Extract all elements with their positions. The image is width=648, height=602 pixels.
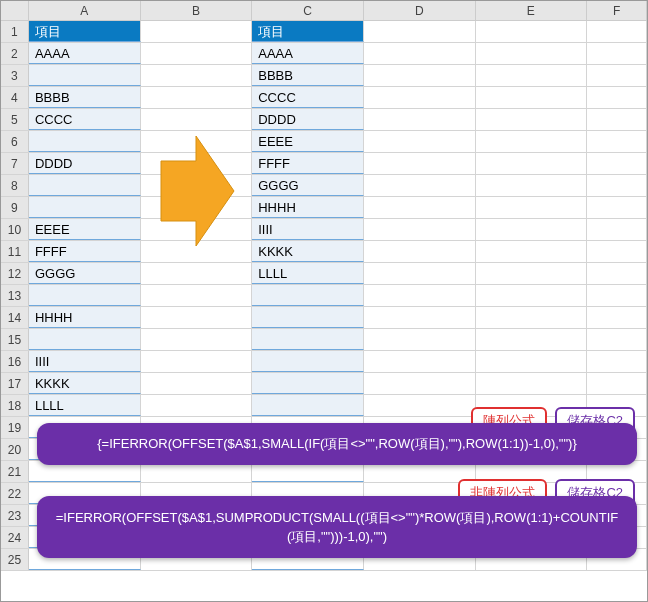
- cell-F11[interactable]: [587, 241, 647, 262]
- cell-D7[interactable]: [364, 153, 476, 174]
- col-header-E[interactable]: E: [476, 1, 588, 20]
- cell-A6[interactable]: [29, 131, 141, 152]
- cell-A15[interactable]: [29, 329, 141, 350]
- cell-A3[interactable]: [29, 65, 141, 86]
- row-header[interactable]: 10: [1, 219, 29, 240]
- cell-F14[interactable]: [587, 307, 647, 328]
- cell-A7[interactable]: DDDD: [29, 153, 141, 174]
- cell-A10[interactable]: EEEE: [29, 219, 141, 240]
- cell-F7[interactable]: [587, 153, 647, 174]
- cell-E17[interactable]: [476, 373, 588, 394]
- row-header[interactable]: 22: [1, 483, 29, 504]
- cell-A18[interactable]: LLLL: [29, 395, 141, 416]
- cell-D9[interactable]: [364, 197, 476, 218]
- cell-D12[interactable]: [364, 263, 476, 284]
- row-header[interactable]: 20: [1, 439, 29, 460]
- cell-B17[interactable]: [141, 373, 253, 394]
- cell-A17[interactable]: KKKK: [29, 373, 141, 394]
- cell-C2[interactable]: AAAA: [252, 43, 364, 64]
- cell-D15[interactable]: [364, 329, 476, 350]
- cell-C9[interactable]: HHHH: [252, 197, 364, 218]
- cell-E14[interactable]: [476, 307, 588, 328]
- cell-F16[interactable]: [587, 351, 647, 372]
- cell-E7[interactable]: [476, 153, 588, 174]
- cell-B16[interactable]: [141, 351, 253, 372]
- cell-D14[interactable]: [364, 307, 476, 328]
- cell-A14[interactable]: HHHH: [29, 307, 141, 328]
- cell-F2[interactable]: [587, 43, 647, 64]
- cell-B18[interactable]: [141, 395, 253, 416]
- row-header[interactable]: 17: [1, 373, 29, 394]
- row-header[interactable]: 19: [1, 417, 29, 438]
- cell-C1[interactable]: 項目: [252, 21, 364, 42]
- cell-B12[interactable]: [141, 263, 253, 284]
- cell-F1[interactable]: [587, 21, 647, 42]
- row-header[interactable]: 9: [1, 197, 29, 218]
- row-header[interactable]: 3: [1, 65, 29, 86]
- row-header[interactable]: 6: [1, 131, 29, 152]
- row-header[interactable]: 16: [1, 351, 29, 372]
- cell-F15[interactable]: [587, 329, 647, 350]
- cell-C15[interactable]: [252, 329, 364, 350]
- cell-B3[interactable]: [141, 65, 253, 86]
- row-header[interactable]: 13: [1, 285, 29, 306]
- cell-B8[interactable]: [141, 175, 253, 196]
- cell-C12[interactable]: LLLL: [252, 263, 364, 284]
- row-header[interactable]: 4: [1, 87, 29, 108]
- cell-F17[interactable]: [587, 373, 647, 394]
- col-header-F[interactable]: F: [587, 1, 647, 20]
- cell-F4[interactable]: [587, 87, 647, 108]
- cell-B6[interactable]: [141, 131, 253, 152]
- row-header[interactable]: 5: [1, 109, 29, 130]
- cell-E5[interactable]: [476, 109, 588, 130]
- cell-B13[interactable]: [141, 285, 253, 306]
- cell-D5[interactable]: [364, 109, 476, 130]
- cell-C11[interactable]: KKKK: [252, 241, 364, 262]
- cell-F5[interactable]: [587, 109, 647, 130]
- row-header[interactable]: 11: [1, 241, 29, 262]
- cell-B15[interactable]: [141, 329, 253, 350]
- cell-D3[interactable]: [364, 65, 476, 86]
- cell-D4[interactable]: [364, 87, 476, 108]
- cell-A12[interactable]: GGGG: [29, 263, 141, 284]
- cell-C13[interactable]: [252, 285, 364, 306]
- cell-E2[interactable]: [476, 43, 588, 64]
- cell-E11[interactable]: [476, 241, 588, 262]
- cell-F3[interactable]: [587, 65, 647, 86]
- row-header[interactable]: 7: [1, 153, 29, 174]
- row-header[interactable]: 14: [1, 307, 29, 328]
- cell-E9[interactable]: [476, 197, 588, 218]
- cell-E1[interactable]: [476, 21, 588, 42]
- cell-A11[interactable]: FFFF: [29, 241, 141, 262]
- cell-B4[interactable]: [141, 87, 253, 108]
- cell-E15[interactable]: [476, 329, 588, 350]
- cell-F12[interactable]: [587, 263, 647, 284]
- cell-A1[interactable]: 項目: [29, 21, 141, 42]
- row-header[interactable]: 21: [1, 461, 29, 482]
- cell-F8[interactable]: [587, 175, 647, 196]
- cell-A16[interactable]: IIII: [29, 351, 141, 372]
- cell-F13[interactable]: [587, 285, 647, 306]
- cell-C8[interactable]: GGGG: [252, 175, 364, 196]
- cell-D2[interactable]: [364, 43, 476, 64]
- cell-B11[interactable]: [141, 241, 253, 262]
- row-header[interactable]: 12: [1, 263, 29, 284]
- cell-C5[interactable]: DDDD: [252, 109, 364, 130]
- cell-C16[interactable]: [252, 351, 364, 372]
- row-header[interactable]: 1: [1, 21, 29, 42]
- row-header[interactable]: 8: [1, 175, 29, 196]
- cell-A13[interactable]: [29, 285, 141, 306]
- row-header[interactable]: 23: [1, 505, 29, 526]
- row-header[interactable]: 2: [1, 43, 29, 64]
- row-header[interactable]: 18: [1, 395, 29, 416]
- cell-B7[interactable]: [141, 153, 253, 174]
- cell-A8[interactable]: [29, 175, 141, 196]
- row-header[interactable]: 15: [1, 329, 29, 350]
- cell-F10[interactable]: [587, 219, 647, 240]
- cell-E4[interactable]: [476, 87, 588, 108]
- cell-F6[interactable]: [587, 131, 647, 152]
- col-header-B[interactable]: B: [141, 1, 253, 20]
- cell-B1[interactable]: [141, 21, 253, 42]
- col-header-D[interactable]: D: [364, 1, 476, 20]
- cell-A9[interactable]: [29, 197, 141, 218]
